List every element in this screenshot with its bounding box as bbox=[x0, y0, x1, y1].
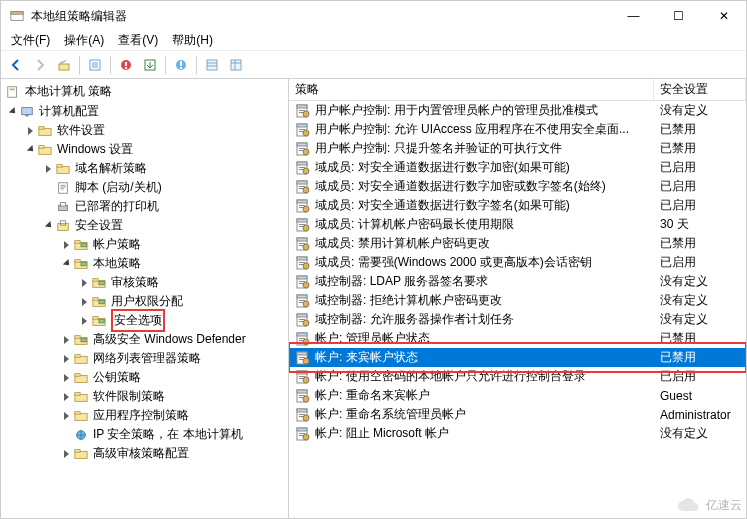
menu-item[interactable]: 帮助(H) bbox=[166, 30, 219, 51]
tree-item[interactable]: 已部署的打印机 bbox=[1, 197, 288, 216]
tree-item[interactable]: 软件限制策略 bbox=[1, 387, 288, 406]
expander-open-icon[interactable] bbox=[5, 105, 19, 119]
list-row[interactable]: 用户帐户控制: 用于内置管理员帐户的管理员批准模式没有定义 bbox=[289, 101, 746, 120]
tree-item[interactable]: 公钥策略 bbox=[1, 368, 288, 387]
filter-button[interactable] bbox=[115, 54, 137, 76]
svg-rect-56 bbox=[75, 373, 80, 376]
list-row[interactable]: 域控制器: LDAP 服务器签名要求没有定义 bbox=[289, 272, 746, 291]
svg-point-88 bbox=[303, 187, 309, 193]
column-setting[interactable]: 安全设置 bbox=[654, 79, 746, 100]
tree-item[interactable]: 网络列表管理器策略 bbox=[1, 349, 288, 368]
minimize-button[interactable]: — bbox=[611, 1, 656, 31]
maximize-button[interactable]: ☐ bbox=[656, 1, 701, 31]
list-row[interactable]: 域成员: 禁用计算机帐户密码更改已禁用 bbox=[289, 234, 746, 253]
list-row[interactable]: 域成员: 对安全通道数据进行数字签名(如果可能)已启用 bbox=[289, 196, 746, 215]
svg-point-83 bbox=[303, 168, 309, 174]
tree-item-label: 软件限制策略 bbox=[93, 388, 165, 405]
menu-item[interactable]: 查看(V) bbox=[112, 30, 164, 51]
list-row[interactable]: 域控制器: 允许服务器操作者计划任务没有定义 bbox=[289, 310, 746, 329]
tree-item[interactable]: IP 安全策略，在 本地计算机 bbox=[1, 425, 288, 444]
expander-closed-icon[interactable] bbox=[41, 200, 55, 214]
expander-closed-icon[interactable] bbox=[59, 333, 73, 347]
list-row[interactable]: 帐户: 重命名来宾帐户Guest bbox=[289, 386, 746, 405]
policy-setting: 已启用 bbox=[654, 178, 746, 195]
list-row[interactable]: 帐户: 管理员帐户状态已禁用 bbox=[289, 329, 746, 348]
tree-item[interactable]: 高级审核策略配置 bbox=[1, 444, 288, 463]
list-row[interactable]: 域成员: 对安全通道数据进行数字加密(如果可能)已启用 bbox=[289, 158, 746, 177]
list-row[interactable]: 帐户: 重命名系统管理员帐户Administrator bbox=[289, 405, 746, 424]
tree-item[interactable]: 帐户策略 bbox=[1, 235, 288, 254]
back-button[interactable] bbox=[5, 54, 27, 76]
svg-rect-63 bbox=[75, 449, 80, 452]
view-detail-button[interactable] bbox=[225, 54, 247, 76]
expander-closed-icon[interactable] bbox=[41, 162, 55, 176]
tree-item[interactable]: 审核策略 bbox=[1, 273, 288, 292]
expander-closed-icon[interactable] bbox=[59, 447, 73, 461]
tree-root[interactable]: 本地计算机 策略 bbox=[1, 81, 288, 102]
svg-rect-40 bbox=[81, 262, 86, 266]
svg-point-153 bbox=[303, 434, 309, 440]
svg-rect-51 bbox=[75, 335, 80, 338]
list-row[interactable]: 域成员: 计算机帐户密码最长使用期限30 天 bbox=[289, 215, 746, 234]
list-row[interactable]: 帐户: 阻止 Microsoft 帐户没有定义 bbox=[289, 424, 746, 443]
tree-item[interactable]: 应用程序控制策略 bbox=[1, 406, 288, 425]
list-row[interactable]: 帐户: 使用空密码的本地帐户只允许进行控制台登录已启用 bbox=[289, 367, 746, 386]
tree-item[interactable]: Windows 设置 bbox=[1, 140, 288, 159]
expander-closed-icon[interactable] bbox=[77, 295, 91, 309]
expander-closed-icon[interactable] bbox=[59, 371, 73, 385]
tree-item-label: 安全选项 bbox=[111, 309, 165, 332]
folder-icon bbox=[73, 352, 89, 366]
svg-point-138 bbox=[303, 377, 309, 383]
expander-closed-icon[interactable] bbox=[59, 428, 73, 442]
list-row[interactable]: 用户帐户控制: 允许 UIAccess 应用程序在不使用安全桌面...已禁用 bbox=[289, 120, 746, 139]
column-policy[interactable]: 策略 bbox=[289, 79, 654, 100]
svg-rect-17 bbox=[231, 60, 241, 70]
tree-item[interactable]: 本地策略 bbox=[1, 254, 288, 273]
tree-item[interactable]: 安全选项 bbox=[1, 311, 288, 330]
list-row[interactable]: 帐户: 来宾帐户状态已禁用 bbox=[289, 348, 746, 367]
export-button[interactable] bbox=[139, 54, 161, 76]
tree-item[interactable]: 脚本 (启动/关机) bbox=[1, 178, 288, 197]
svg-rect-121 bbox=[299, 319, 305, 320]
properties-button[interactable] bbox=[84, 54, 106, 76]
refresh-button[interactable] bbox=[170, 54, 192, 76]
svg-rect-120 bbox=[297, 314, 307, 317]
expander-closed-icon[interactable] bbox=[77, 314, 91, 328]
list-body[interactable]: 用户帐户控制: 用于内置管理员帐户的管理员批准模式没有定义用户帐户控制: 允许 … bbox=[289, 101, 746, 518]
policy-name: 帐户: 管理员帐户状态 bbox=[315, 330, 430, 347]
view-list-button[interactable] bbox=[201, 54, 223, 76]
list-row[interactable]: 用户帐户控制: 只提升签名并验证的可执行文件已禁用 bbox=[289, 139, 746, 158]
forward-button[interactable] bbox=[29, 54, 51, 76]
tree-item[interactable]: 安全设置 bbox=[1, 216, 288, 235]
expander-open-icon[interactable] bbox=[23, 143, 37, 157]
expander-open-icon[interactable] bbox=[41, 219, 55, 233]
svg-rect-39 bbox=[75, 259, 80, 262]
expander-closed-icon[interactable] bbox=[59, 390, 73, 404]
svg-rect-1 bbox=[11, 12, 23, 15]
tree-item[interactable]: 高级安全 Windows Defender bbox=[1, 330, 288, 349]
svg-rect-136 bbox=[299, 376, 305, 377]
svg-rect-25 bbox=[39, 126, 44, 129]
tree-item-label: 安全设置 bbox=[75, 217, 123, 234]
expander-closed-icon[interactable] bbox=[59, 352, 73, 366]
tree-panel[interactable]: 本地计算机 策略 计算机配置软件设置Windows 设置域名解析策略脚本 (启动… bbox=[1, 79, 289, 518]
menu-item[interactable]: 文件(F) bbox=[5, 30, 56, 51]
policy-setting: 已启用 bbox=[654, 368, 746, 385]
expander-closed-icon[interactable] bbox=[23, 124, 37, 138]
tree-item[interactable]: 软件设置 bbox=[1, 121, 288, 140]
close-button[interactable]: ✕ bbox=[701, 1, 746, 31]
tree-item[interactable]: 域名解析策略 bbox=[1, 159, 288, 178]
list-row[interactable]: 域成员: 需要强(Windows 2000 或更高版本)会话密钥已启用 bbox=[289, 253, 746, 272]
expander-closed-icon[interactable] bbox=[41, 181, 55, 195]
menu-item[interactable]: 操作(A) bbox=[58, 30, 110, 51]
expander-closed-icon[interactable] bbox=[77, 276, 91, 290]
svg-rect-150 bbox=[297, 428, 307, 431]
expander-closed-icon[interactable] bbox=[59, 409, 73, 423]
up-button[interactable] bbox=[53, 54, 75, 76]
list-row[interactable]: 域成员: 对安全通道数据进行数字加密或数字签名(始终)已启用 bbox=[289, 177, 746, 196]
expander-open-icon[interactable] bbox=[59, 257, 73, 271]
list-row[interactable]: 域控制器: 拒绝计算机帐户密码更改没有定义 bbox=[289, 291, 746, 310]
expander-closed-icon[interactable] bbox=[59, 238, 73, 252]
tree-item[interactable]: 计算机配置 bbox=[1, 102, 288, 121]
svg-rect-81 bbox=[299, 167, 305, 168]
